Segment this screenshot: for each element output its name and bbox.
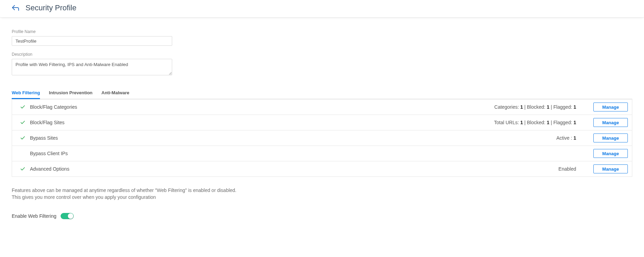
manage-button[interactable]: Manage xyxy=(593,118,628,127)
row-summary: Total URLs: 1 | Blocked: 1 | Flagged: 1 xyxy=(494,120,576,125)
tab-intrusion-prevention[interactable]: Intrusion Prevention xyxy=(49,87,92,99)
helper-line-1: Features above can be managed at anytime… xyxy=(12,187,632,194)
enable-web-filtering-row: Enable Web Filtering xyxy=(12,213,632,219)
toggle-knob xyxy=(68,213,73,219)
row-summary: Active : 1 xyxy=(556,135,576,141)
profile-name-input[interactable] xyxy=(12,36,172,46)
row-summary: Categories: 1 | Blocked: 1 | Flagged: 1 xyxy=(494,104,576,110)
row-label: Bypass Client IPs xyxy=(29,151,68,156)
header-bar: Security Profile xyxy=(0,0,644,18)
page-title: Security Profile xyxy=(25,3,76,12)
check-icon xyxy=(16,135,29,141)
description-input[interactable]: Profile with Web Filtering, IPS and Anti… xyxy=(12,59,172,75)
tab-anti-malware[interactable]: Anti-Malware xyxy=(102,87,129,99)
row-bypass-sites: Bypass Sites Active : 1 Manage xyxy=(12,130,632,146)
profile-name-field: Profile Name xyxy=(12,29,632,46)
check-icon xyxy=(16,104,29,110)
description-field: Description Profile with Web Filtering, … xyxy=(12,52,632,76)
manage-button[interactable]: Manage xyxy=(593,149,628,158)
row-block-sites: Block/Flag Sites Total URLs: 1 | Blocked… xyxy=(12,115,632,130)
helper-line-2: This gives you more control over when yo… xyxy=(12,194,632,201)
profile-name-label: Profile Name xyxy=(12,29,632,34)
manage-button[interactable]: Manage xyxy=(593,133,628,142)
row-block-categories: Block/Flag Categories Categories: 1 | Bl… xyxy=(12,99,632,115)
row-advanced-options: Advanced Options Enabled Manage xyxy=(12,161,632,176)
content-area: Profile Name Description Profile with We… xyxy=(0,18,644,233)
row-label: Advanced Options xyxy=(29,166,69,172)
check-icon xyxy=(16,166,29,172)
row-summary: Enabled xyxy=(559,166,576,172)
row-label: Bypass Sites xyxy=(29,135,58,141)
row-label: Block/Flag Sites xyxy=(29,120,64,125)
enable-web-filtering-label: Enable Web Filtering xyxy=(12,213,56,219)
manage-button[interactable]: Manage xyxy=(593,164,628,173)
description-label: Description xyxy=(12,52,632,57)
row-bypass-client-ips: Bypass Client IPs Manage xyxy=(12,146,632,161)
settings-rows: Block/Flag Categories Categories: 1 | Bl… xyxy=(12,99,632,177)
enable-web-filtering-toggle[interactable] xyxy=(61,213,74,219)
helper-text: Features above can be managed at anytime… xyxy=(12,187,632,201)
check-icon xyxy=(16,120,29,125)
row-label: Block/Flag Categories xyxy=(29,104,77,110)
manage-button[interactable]: Manage xyxy=(593,103,628,111)
tabs: Web Filtering Intrusion Prevention Anti-… xyxy=(12,87,632,99)
back-icon[interactable] xyxy=(12,4,19,12)
tab-web-filtering[interactable]: Web Filtering xyxy=(12,87,40,99)
